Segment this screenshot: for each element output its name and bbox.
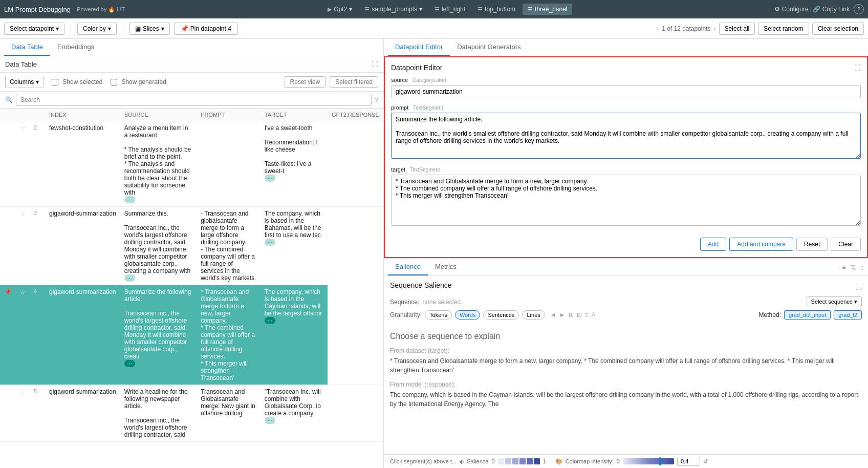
tab-gpt2[interactable]: ▶ Gpt2 ▾	[322, 4, 357, 15]
add-compare-button[interactable]: Add and compare	[729, 238, 793, 251]
select-sequence-button[interactable]: Select sequence ▾	[807, 296, 862, 307]
columns-button[interactable]: Columns ▾	[5, 76, 44, 88]
target-cell: * Transocean and Globalsantafe merge to …	[197, 285, 261, 385]
num-up-icon[interactable]: ◄	[550, 311, 556, 318]
source-input[interactable]	[391, 85, 861, 98]
tab-sample-prompts[interactable]: ☰ sample_prompts ▾	[359, 4, 427, 15]
colormap-value-input[interactable]	[677, 457, 700, 466]
tab-three-panel[interactable]: ☰ three_panel	[523, 4, 572, 15]
pin-cell[interactable]	[0, 121, 16, 207]
response-chip[interactable]: ···	[265, 239, 275, 246]
select-random-button[interactable]: Select random	[758, 23, 809, 35]
refresh-icon[interactable]: ↺	[703, 458, 708, 465]
color-by-button[interactable]: Color by ▾	[77, 23, 117, 35]
granularity-row: Granularity: Tokens Words Sentences Line…	[390, 310, 862, 320]
show-selected-checkbox[interactable]	[52, 79, 58, 86]
table-row[interactable]: ☆ 5 gigaword-summarization Write a headl…	[0, 385, 383, 442]
colormap-box-2	[505, 458, 511, 464]
tab-datapoint-editor[interactable]: Datapoint Editor	[388, 39, 450, 56]
tab-sample-prompts-label: sample_prompts	[372, 6, 417, 13]
tab-metrics[interactable]: Metrics	[428, 259, 464, 275]
editor-expand-icon[interactable]: ⛶	[854, 64, 861, 72]
search-help-icon[interactable]: ?	[375, 96, 378, 104]
tab-gpt2-label: Gpt2	[334, 6, 347, 13]
slices-button[interactable]: ▦ Slices ▾	[129, 23, 170, 35]
response-chip[interactable]: ···	[265, 317, 275, 324]
table-row[interactable]: ☆ 2 fewshot-constitution Analyze a menu …	[0, 121, 383, 207]
tab-data-table[interactable]: Data Table	[4, 39, 50, 56]
table-row[interactable]: ☆ 3 gigaword-summarization Summarize thi…	[0, 207, 383, 285]
table-row[interactable]: 📌 ☆ 4 gigaword-summarization Summarize t…	[0, 285, 383, 385]
expand-icon[interactable]: ⛶	[372, 60, 378, 68]
target-field: target TextSegment * Transocean and Glob…	[391, 166, 861, 227]
from-dataset-text[interactable]: * Transocean and Globalsantafe merge to …	[390, 356, 862, 375]
select-filtered-button[interactable]: Select filtered	[330, 76, 378, 88]
response-chip[interactable]: ···	[265, 417, 275, 424]
prompt-chip[interactable]: ···	[124, 274, 135, 282]
main-layout: Data Table Embeddings Data Table ⛶ Colum…	[0, 39, 868, 468]
search-icon: 🔍	[5, 96, 13, 103]
layout1-icon[interactable]: ⊞	[569, 311, 574, 318]
copy-link-button[interactable]: 🔗 Copy Link	[813, 6, 850, 13]
col-source: source	[120, 109, 197, 121]
index-cell: 2	[30, 121, 45, 207]
chevron-left-icon[interactable]: ‹	[657, 25, 659, 32]
num-down-icon[interactable]: ►	[559, 311, 566, 318]
clear-button[interactable]: Clear	[831, 238, 861, 251]
select-datapoint-button[interactable]: Select datapoint ▾	[4, 23, 64, 35]
response-chip[interactable]: ···	[265, 175, 275, 182]
salience-icon: ⬖	[460, 458, 464, 465]
pin-cell[interactable]	[0, 207, 16, 285]
choose-sequence-section: Choose a sequence to explain From datase…	[390, 324, 862, 423]
help-button[interactable]: ?	[854, 4, 864, 14]
layout3-icon[interactable]: ≡	[585, 311, 589, 318]
method-grad-l2-button[interactable]: grad_l2	[834, 310, 862, 320]
sort-up-icon[interactable]: ⇅	[850, 263, 856, 271]
three-panel-icon: ☰	[528, 6, 533, 13]
layout2-icon[interactable]: ⊟	[577, 311, 582, 318]
gran-tokens-button[interactable]: Tokens	[425, 310, 452, 320]
from-model-text[interactable]: The company, which is based in the Cayma…	[390, 390, 862, 409]
page-info: 1 of 12 datapoints	[662, 25, 710, 32]
clear-selection-button[interactable]: Clear selection	[812, 23, 864, 35]
prompt-textarea[interactable]: Summarize the following article. Transoc…	[391, 113, 861, 159]
pin-cell[interactable]: 📌	[0, 285, 16, 385]
add-button[interactable]: Add	[700, 238, 726, 251]
method-grad-dot-button[interactable]: grad_dot_input	[784, 310, 831, 320]
salience-expand-icon[interactable]: ⛶	[855, 283, 862, 291]
col-target: target	[261, 109, 328, 121]
prompt-chip[interactable]: ···	[124, 360, 135, 367]
tab-embeddings[interactable]: Embeddings	[50, 39, 101, 56]
star-cell[interactable]: ☆	[16, 385, 30, 442]
star-cell[interactable]: ☆	[16, 121, 30, 207]
show-generated-checkbox[interactable]	[111, 79, 117, 86]
tab-datapoint-generators[interactable]: Datapoint Generators	[450, 39, 528, 56]
gran-lines-button[interactable]: Lines	[522, 310, 545, 320]
menu-icon[interactable]: ≡	[842, 263, 846, 271]
gear-icon: ⚙	[774, 6, 780, 13]
tab-left-right[interactable]: ☰ left_right	[429, 4, 470, 15]
response-cell: I've a sweet-toothRecommendation: I like…	[261, 121, 328, 207]
gran-words-button[interactable]: Words	[455, 310, 481, 320]
pin-datapoint-button[interactable]: 📌 Pin datapoint 4	[174, 23, 238, 35]
configure-button[interactable]: ⚙ Configure	[774, 6, 809, 13]
table-header-row: index source prompt target Gpt2:response	[0, 109, 383, 121]
select-all-button[interactable]: Select all	[719, 23, 755, 35]
search-input[interactable]	[16, 94, 372, 106]
chevron-right-icon[interactable]: ›	[714, 25, 716, 32]
prompt-chip[interactable]: ···	[124, 196, 135, 203]
colormap-boxes	[498, 458, 540, 464]
star-cell[interactable]: ☆	[16, 207, 30, 285]
tab-left-right-label: left_right	[442, 6, 465, 13]
target-textarea[interactable]: * Transocean and Globalsantafe merge to …	[391, 175, 861, 226]
gran-sentences-button[interactable]: Sentences	[483, 310, 519, 320]
text-icon[interactable]: A	[592, 311, 596, 318]
reset-button[interactable]: Reset	[796, 238, 828, 251]
colormap-box-4	[519, 458, 526, 464]
reset-view-button[interactable]: Reset view	[285, 76, 326, 88]
tab-top-bottom[interactable]: ☰ top_bottom	[472, 4, 520, 15]
sort-down-icon[interactable]: ↕	[860, 263, 864, 271]
tab-salience[interactable]: Salience	[388, 259, 428, 275]
star-cell[interactable]: ☆	[16, 285, 30, 385]
pin-cell[interactable]	[0, 385, 16, 442]
